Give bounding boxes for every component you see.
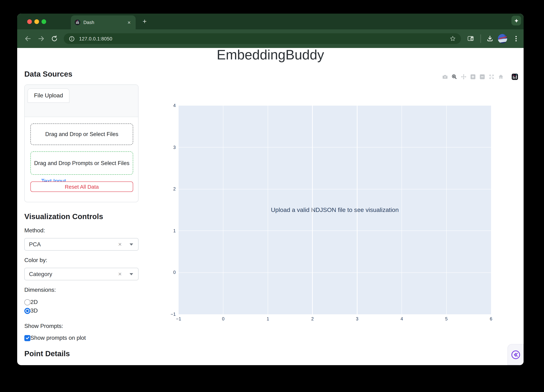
color-by-value: Category xyxy=(29,271,118,277)
radio-2d-label: 2D xyxy=(30,299,38,305)
y-tick-label: 4 xyxy=(161,103,176,108)
page-title: EmbeddingBuddy xyxy=(17,47,524,63)
fullscreen-window-button[interactable] xyxy=(41,19,46,24)
pan-tool-icon[interactable] xyxy=(461,74,467,80)
dash-favicon-icon xyxy=(74,19,81,25)
site-info-icon[interactable] xyxy=(69,36,75,42)
forward-icon[interactable] xyxy=(38,35,45,42)
y-tick-label: −1 xyxy=(161,312,176,317)
address-bar[interactable]: 127.0.0.1:8050 xyxy=(64,33,461,44)
radio-on-icon[interactable] xyxy=(24,308,30,314)
y-tick-label: 1 xyxy=(161,228,176,233)
debug-panel-collapse[interactable] xyxy=(508,344,524,365)
gridline xyxy=(312,106,313,314)
zoom-tool-icon[interactable] xyxy=(451,74,457,80)
profile-avatar[interactable] xyxy=(498,34,507,43)
plotly-logo-icon[interactable] xyxy=(511,73,518,80)
tab-file-upload[interactable]: File Upload xyxy=(28,89,69,103)
clear-icon[interactable]: × xyxy=(118,241,122,248)
chevron-down-icon[interactable] xyxy=(130,273,133,275)
radio-off-icon[interactable] xyxy=(24,299,30,305)
browser-tab-bar: Dash × + xyxy=(17,14,524,29)
gridline xyxy=(179,189,491,189)
zoom-out-icon[interactable] xyxy=(479,74,485,80)
data-sources-card: File Upload OpenSearch Text Input Drag a… xyxy=(24,84,138,202)
y-tick-label: 3 xyxy=(161,145,176,150)
reset-axes-home-icon[interactable] xyxy=(498,74,504,80)
zoom-in-icon[interactable] xyxy=(470,74,476,80)
sparkle-icon xyxy=(514,18,519,23)
toolbar-separator xyxy=(480,34,481,43)
method-dropdown[interactable]: PCA × xyxy=(24,238,138,251)
camera-snapshot-icon[interactable] xyxy=(442,74,448,80)
clear-icon[interactable]: × xyxy=(118,270,122,278)
close-window-button[interactable] xyxy=(27,19,32,24)
method-value: PCA xyxy=(29,241,118,248)
reset-all-data-button[interactable]: Reset All Data xyxy=(30,182,133,192)
reload-icon[interactable] xyxy=(51,35,58,42)
autoscale-icon[interactable] xyxy=(489,74,495,80)
radio-3d[interactable]: 3D xyxy=(24,307,38,314)
sparkle-ai-button[interactable] xyxy=(511,16,521,25)
gridline xyxy=(446,106,447,314)
gridline xyxy=(402,106,402,314)
side-panel-search-icon[interactable] xyxy=(467,35,474,42)
tab-close-icon[interactable]: × xyxy=(126,19,132,26)
radio-2d[interactable]: 2D xyxy=(24,299,38,306)
checkbox-checked-icon[interactable] xyxy=(24,335,30,341)
browser-window: Dash × + 127.0.0.1:8050 Em xyxy=(17,14,524,365)
show-prompts-label: Show Prompts: xyxy=(24,323,63,329)
downloads-icon[interactable] xyxy=(486,35,494,42)
x-tick-label: 2 xyxy=(303,316,321,321)
plot-area[interactable]: Upload a valid NDJSON file to see visual… xyxy=(179,106,491,314)
new-tab-button[interactable]: + xyxy=(140,17,149,26)
prompts-upload-dropzone[interactable]: Drag and Drop Prompts or Select Files xyxy=(30,151,133,175)
method-label: Method: xyxy=(24,227,45,234)
browser-tab[interactable]: Dash × xyxy=(71,15,136,29)
plotly-modebar xyxy=(17,73,518,80)
screen: Dash × + 127.0.0.1:8050 Em xyxy=(0,0,544,392)
color-by-dropdown[interactable]: Category × xyxy=(24,268,138,280)
x-tick-label: 4 xyxy=(393,316,411,321)
x-tick-label: 5 xyxy=(438,316,455,321)
url-text: 127.0.0.1:8050 xyxy=(79,36,112,41)
color-by-label: Color by: xyxy=(24,257,47,263)
gridline xyxy=(179,231,491,231)
show-prompts-checkbox-label: Show prompts on plot xyxy=(30,335,86,341)
x-tick-label: −1 xyxy=(170,316,188,321)
minimize-window-button[interactable] xyxy=(34,19,39,24)
back-icon[interactable] xyxy=(24,35,31,42)
x-tick-label: 1 xyxy=(259,316,277,321)
radio-3d-label: 3D xyxy=(30,308,38,314)
gridline xyxy=(357,106,357,314)
x-tick-label: 6 xyxy=(482,316,500,321)
y-tick-label: 2 xyxy=(161,186,176,191)
point-details-heading: Point Details xyxy=(24,349,70,358)
tab-title: Dash xyxy=(83,20,126,25)
browser-menu-kebab-icon[interactable] xyxy=(513,35,520,42)
show-prompts-checkbox-row[interactable]: Show prompts on plot xyxy=(24,334,86,342)
gridline xyxy=(223,106,224,314)
visualization-controls-heading: Visualization Controls xyxy=(24,212,103,221)
file-upload-dropzone[interactable]: Drag and Drop or Select Files xyxy=(30,124,133,145)
gridline xyxy=(179,272,491,273)
collapse-chevrons-icon[interactable] xyxy=(510,350,520,360)
x-tick-label: 0 xyxy=(214,316,232,321)
dimensions-label: Dimensions: xyxy=(24,287,56,293)
gridline xyxy=(179,147,491,148)
x-tick-label: 3 xyxy=(348,316,366,321)
y-tick-label: 0 xyxy=(161,270,176,275)
plot-empty-annotation: Upload a valid NDJSON file to see visual… xyxy=(179,106,491,314)
chevron-down-icon[interactable] xyxy=(130,243,133,245)
bookmark-star-icon[interactable] xyxy=(449,36,456,42)
gridline xyxy=(267,106,268,314)
